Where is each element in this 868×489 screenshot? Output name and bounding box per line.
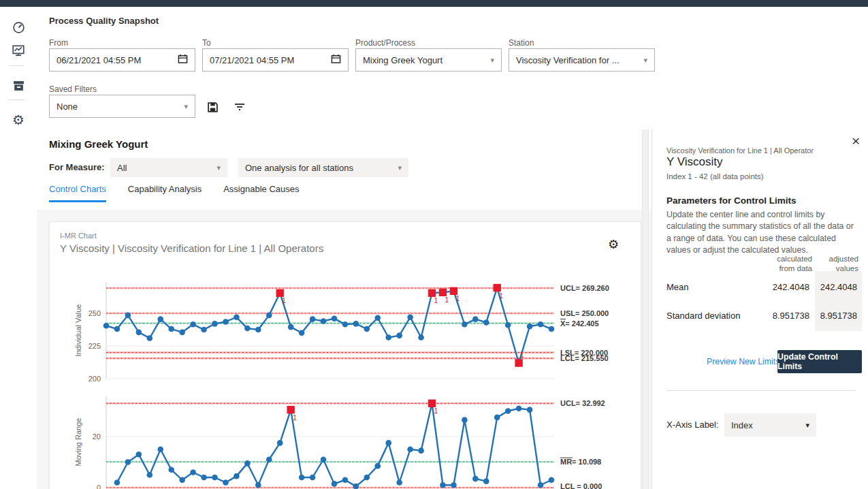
- data-point[interactable]: [418, 334, 424, 341]
- update-control-limits-button[interactable]: Update Control Limits: [777, 350, 862, 373]
- data-point[interactable]: [234, 473, 240, 479]
- tab-assignable-causes[interactable]: Assignable Causes: [223, 184, 299, 202]
- saved-filters-dropdown[interactable]: None ▾: [49, 95, 195, 118]
- data-point[interactable]: [342, 321, 349, 328]
- save-filter-button[interactable]: [205, 99, 220, 114]
- data-point[interactable]: [321, 456, 327, 462]
- data-point[interactable]: [472, 316, 479, 322]
- data-point[interactable]: [549, 477, 555, 483]
- data-point[interactable]: [505, 408, 511, 414]
- data-point[interactable]: [136, 330, 142, 336]
- data-point[interactable]: [310, 475, 316, 481]
- data-point[interactable]: [374, 463, 381, 469]
- data-point[interactable]: [549, 326, 555, 332]
- data-point[interactable]: [483, 478, 489, 484]
- data-point[interactable]: [266, 456, 272, 462]
- data-point[interactable]: [374, 315, 381, 321]
- out-of-control-point[interactable]: [515, 359, 522, 366]
- mean-adjusted-input[interactable]: 242.4048: [815, 282, 857, 292]
- data-point[interactable]: [168, 467, 174, 473]
- analysis-mode-dropdown[interactable]: One analysis for all stations ▾: [238, 158, 408, 177]
- data-point[interactable]: [472, 476, 479, 482]
- data-point[interactable]: [527, 324, 533, 330]
- tab-control-charts[interactable]: Control Charts: [49, 184, 106, 202]
- measure-dropdown[interactable]: All ▾: [110, 158, 227, 177]
- station-dropdown[interactable]: Viscosity Verification for ... ▾: [509, 48, 655, 72]
- data-point[interactable]: [244, 326, 251, 332]
- data-point[interactable]: [440, 482, 446, 488]
- data-point[interactable]: [234, 314, 240, 320]
- data-point[interactable]: [255, 327, 261, 333]
- data-point[interactable]: [483, 319, 489, 326]
- data-point[interactable]: [385, 334, 391, 341]
- out-of-control-point[interactable]: [428, 400, 436, 407]
- settings-gear-icon[interactable]: ⚙: [10, 111, 27, 129]
- data-point[interactable]: [538, 321, 544, 328]
- out-of-control-point[interactable]: [450, 287, 457, 295]
- data-point[interactable]: [147, 472, 153, 478]
- data-point[interactable]: [103, 323, 110, 329]
- archive-box-icon[interactable]: [10, 76, 27, 94]
- to-date-input[interactable]: 07/21/2021 04:55 PM: [202, 48, 349, 72]
- data-point[interactable]: [255, 482, 261, 488]
- close-icon[interactable]: ×: [852, 133, 860, 148]
- data-point[interactable]: [451, 482, 457, 488]
- from-date-input[interactable]: 06/21/2021 04:55 PM: [49, 48, 195, 72]
- data-point[interactable]: [157, 316, 163, 322]
- dashboard-gauge-icon[interactable]: [10, 18, 27, 36]
- data-point[interactable]: [342, 477, 349, 483]
- data-point[interactable]: [299, 475, 305, 481]
- out-of-control-point[interactable]: [494, 284, 501, 291]
- data-point[interactable]: [223, 319, 229, 325]
- data-point[interactable]: [168, 326, 174, 332]
- out-of-control-point[interactable]: [276, 289, 284, 297]
- out-of-control-point[interactable]: [428, 289, 436, 297]
- calendar-icon[interactable]: [331, 54, 341, 66]
- data-point[interactable]: [125, 313, 131, 319]
- data-point[interactable]: [266, 313, 272, 319]
- product-process-dropdown[interactable]: Mixing Greek Yogurt ▾: [355, 48, 502, 72]
- preview-new-limits-link[interactable]: Preview New Limits: [707, 357, 779, 366]
- data-point[interactable]: [364, 326, 370, 332]
- data-point[interactable]: [310, 316, 316, 322]
- x-axis-dropdown[interactable]: Index ▾: [724, 413, 816, 437]
- data-point[interactable]: [223, 479, 229, 486]
- data-point[interactable]: [407, 446, 413, 452]
- data-point[interactable]: [494, 415, 500, 421]
- data-point[interactable]: [418, 447, 424, 454]
- data-point[interactable]: [516, 405, 522, 411]
- charts-monitor-icon[interactable]: [10, 42, 27, 59]
- data-point[interactable]: [201, 327, 207, 333]
- data-point[interactable]: [157, 446, 163, 452]
- data-point[interactable]: [125, 459, 131, 465]
- data-point[interactable]: [179, 330, 185, 336]
- data-point[interactable]: [244, 460, 251, 467]
- data-point[interactable]: [190, 469, 196, 475]
- data-point[interactable]: [321, 318, 327, 324]
- data-point[interactable]: [114, 326, 120, 332]
- data-point[interactable]: [407, 314, 413, 320]
- filter-funnel-icon[interactable]: [232, 99, 247, 114]
- data-point[interactable]: [462, 417, 468, 423]
- data-point[interactable]: [212, 475, 218, 481]
- data-point[interactable]: [332, 315, 338, 321]
- out-of-control-point[interactable]: [439, 289, 447, 296]
- data-point[interactable]: [190, 321, 196, 328]
- data-point[interactable]: [212, 321, 218, 327]
- data-point[interactable]: [396, 332, 402, 338]
- data-point[interactable]: [462, 321, 468, 328]
- data-point[interactable]: [538, 482, 544, 488]
- data-point[interactable]: [299, 330, 305, 336]
- data-point[interactable]: [277, 440, 283, 446]
- data-point[interactable]: [527, 407, 533, 413]
- data-point[interactable]: [396, 479, 402, 486]
- out-of-control-point[interactable]: [287, 406, 294, 413]
- tab-capability-analysis[interactable]: Capability Analysis: [128, 184, 202, 202]
- data-point[interactable]: [288, 324, 294, 330]
- data-point[interactable]: [364, 475, 370, 481]
- chart-settings-gear-icon[interactable]: ⚙: [608, 238, 619, 251]
- data-point[interactable]: [505, 322, 511, 328]
- data-point[interactable]: [332, 481, 338, 487]
- calendar-icon[interactable]: [178, 54, 188, 66]
- data-point[interactable]: [136, 452, 142, 458]
